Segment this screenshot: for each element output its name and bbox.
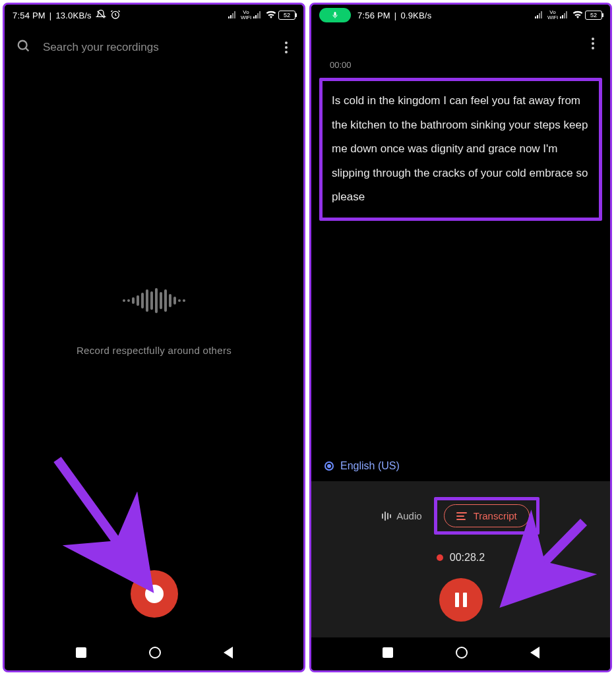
svg-rect-5 — [253, 16, 255, 18]
battery-icon: 52 — [585, 11, 602, 20]
transcript-tab-highlight: Transcript — [434, 497, 539, 535]
nav-bar — [5, 637, 303, 670]
dnd-icon — [96, 9, 106, 22]
radio-selected-icon — [324, 461, 334, 471]
svg-rect-13 — [537, 15, 538, 18]
status-bar: 7:56 PM | 0.9KB/s VoWiFi 52 — [311, 5, 610, 23]
svg-rect-1 — [228, 16, 230, 18]
search-input[interactable]: Search your recordings — [43, 41, 269, 54]
transcript-timestamp: 00:00 — [311, 60, 610, 74]
signal2-icon — [253, 11, 264, 20]
mic-active-icon — [319, 8, 351, 22]
more-menu-icon[interactable] — [281, 38, 292, 57]
svg-point-9 — [18, 41, 27, 49]
nav-home[interactable] — [456, 647, 468, 659]
svg-rect-6 — [255, 15, 257, 18]
tab-transcript-label: Transcript — [474, 510, 517, 521]
wifi-icon — [572, 11, 583, 20]
screen-recording-active: 7:56 PM | 0.9KB/s VoWiFi 52 00:00 Is col… — [309, 3, 612, 672]
hint-text: Record respectfully around others — [77, 345, 231, 356]
nav-home[interactable] — [149, 647, 161, 659]
svg-rect-15 — [541, 11, 542, 18]
waveform-icon — [123, 287, 185, 314]
signal-icon — [228, 11, 239, 20]
recording-time: 00:28.2 — [450, 552, 485, 564]
svg-rect-3 — [232, 13, 233, 18]
status-speed: 13.0KB/s — [55, 11, 91, 20]
recording-dot-icon — [437, 554, 443, 561]
svg-rect-4 — [234, 11, 235, 18]
svg-rect-7 — [257, 13, 259, 18]
transcript-lines-icon — [456, 512, 467, 520]
signal2-icon — [560, 11, 570, 20]
nav-back[interactable] — [530, 647, 539, 659]
pause-button[interactable] — [439, 578, 483, 622]
record-dot-icon — [145, 585, 164, 603]
recording-time-row: 00:28.2 — [437, 548, 485, 578]
transcript-text[interactable]: Is cold in the kingdom I can feel you fa… — [332, 89, 590, 210]
tab-audio-label: Audio — [396, 510, 421, 521]
more-menu-icon[interactable] — [588, 34, 598, 53]
signal-icon — [535, 11, 545, 20]
tab-audio[interactable]: Audio — [382, 510, 421, 521]
audio-bars-icon — [382, 512, 391, 521]
tab-transcript[interactable]: Transcript — [444, 504, 530, 527]
language-selector[interactable]: English (US) — [311, 451, 610, 481]
vowifi-icon: VoWiFi — [241, 10, 251, 20]
svg-rect-18 — [564, 13, 565, 18]
bottom-panel: Audio Transcript 00:28.2 — [311, 481, 610, 670]
status-time: 7:56 PM — [357, 11, 390, 20]
nav-bar — [311, 637, 610, 670]
svg-rect-8 — [259, 11, 261, 18]
alarm-icon — [110, 9, 121, 22]
vowifi-icon: VoWiFi — [547, 10, 558, 20]
search-row: Search your recordings — [5, 23, 303, 72]
battery-icon: 52 — [278, 11, 295, 20]
nav-recents[interactable] — [383, 647, 393, 658]
nav-back[interactable] — [224, 647, 233, 659]
svg-line-10 — [26, 48, 29, 51]
status-bar: 7:54 PM | 13.0KB/s VoWiFi 52 — [5, 5, 303, 23]
transcript-highlight: Is cold in the kingdom I can feel you fa… — [319, 78, 602, 221]
search-icon[interactable] — [16, 39, 31, 56]
record-button[interactable] — [131, 570, 178, 618]
svg-rect-17 — [562, 15, 563, 18]
status-speed: 0.9KB/s — [400, 11, 431, 20]
wifi-icon — [266, 11, 276, 20]
svg-rect-16 — [560, 16, 561, 18]
status-time: 7:54 PM — [13, 11, 46, 20]
svg-rect-14 — [539, 13, 540, 18]
svg-rect-19 — [566, 11, 567, 18]
svg-rect-2 — [230, 15, 231, 18]
screen-recorder-home: 7:54 PM | 13.0KB/s VoWiFi 52 Search your… — [3, 3, 305, 672]
language-label: English (US) — [340, 460, 400, 472]
empty-state: Record respectfully around others — [5, 72, 303, 570]
svg-rect-12 — [535, 16, 536, 18]
nav-recents[interactable] — [76, 647, 86, 658]
